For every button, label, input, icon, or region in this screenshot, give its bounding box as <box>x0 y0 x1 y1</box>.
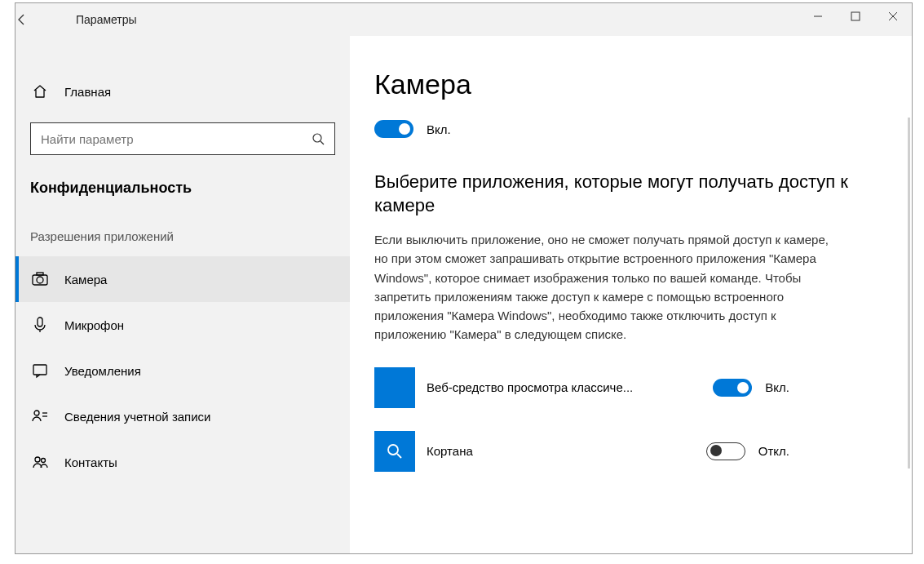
account-info-icon <box>30 406 50 426</box>
settings-window: Параметры Главная Конфиденциальность Р <box>15 2 913 554</box>
sidebar-home-label: Главная <box>64 85 111 99</box>
app-toggle-label: Вкл. <box>765 380 789 394</box>
app-toggle[interactable] <box>713 379 752 397</box>
svg-point-4 <box>313 134 321 142</box>
sidebar-item-notifications[interactable]: Уведомления <box>15 348 350 393</box>
titlebar: Параметры <box>15 3 912 36</box>
close-button[interactable] <box>874 3 912 29</box>
sidebar-item-label: Камера <box>64 273 107 286</box>
minimize-button[interactable] <box>799 3 837 29</box>
app-row-web-viewer: Веб-средство просмотра классиче... Вкл. <box>374 367 871 408</box>
camera-master-toggle-row: Вкл. <box>374 120 871 138</box>
notifications-icon <box>30 361 50 380</box>
camera-master-toggle-label: Вкл. <box>427 122 451 136</box>
svg-point-7 <box>37 277 43 283</box>
home-icon <box>30 82 50 101</box>
svg-point-11 <box>34 411 39 415</box>
search-icon <box>312 132 325 145</box>
window-body: Главная Конфиденциальность Разрешения пр… <box>15 36 912 553</box>
maximize-button[interactable] <box>837 3 874 29</box>
microphone-icon <box>30 315 50 335</box>
sidebar-item-label: Сведения учетной записи <box>64 410 211 424</box>
svg-point-15 <box>42 459 46 463</box>
content-area: Камера Вкл. Выберите приложения, которые… <box>350 36 912 553</box>
app-name: Веб-средство просмотра классиче... <box>427 380 671 394</box>
search-input[interactable] <box>41 132 296 146</box>
sidebar-item-microphone[interactable]: Микрофон <box>15 302 350 348</box>
camera-icon <box>30 269 50 289</box>
scrollbar[interactable] <box>908 118 910 469</box>
app-name: Кортана <box>427 444 671 458</box>
svg-rect-1 <box>851 12 860 20</box>
sidebar-item-label: Контакты <box>64 455 117 469</box>
svg-rect-9 <box>38 318 42 326</box>
app-icon <box>374 367 415 408</box>
app-toggle-label: Откл. <box>758 444 789 458</box>
sidebar-category: Конфиденциальность <box>15 171 350 221</box>
back-button[interactable] <box>15 13 51 26</box>
search-box[interactable] <box>30 122 335 155</box>
app-row-cortana: Кортана Откл. <box>374 431 871 472</box>
sidebar-item-account-info[interactable]: Сведения учетной записи <box>15 393 350 439</box>
sidebar-item-contacts[interactable]: Контакты <box>15 439 350 485</box>
sidebar-item-camera[interactable]: Камера <box>15 256 350 302</box>
svg-line-5 <box>321 141 324 144</box>
cortana-icon <box>374 431 415 472</box>
sidebar-item-label: Уведомления <box>64 364 141 378</box>
apps-section-heading: Выберите приложения, которые могут получ… <box>374 171 871 217</box>
svg-line-17 <box>397 454 401 458</box>
svg-point-14 <box>35 457 40 462</box>
window-title: Параметры <box>76 13 137 26</box>
camera-master-toggle[interactable] <box>374 120 413 138</box>
svg-rect-10 <box>33 365 46 375</box>
svg-point-16 <box>388 445 398 455</box>
app-toggle[interactable] <box>706 442 745 460</box>
apps-section-description: Если выключить приложение, оно не сможет… <box>374 230 831 344</box>
page-title: Камера <box>374 69 871 100</box>
contacts-icon <box>30 452 50 472</box>
sidebar-home[interactable]: Главная <box>15 69 350 114</box>
sidebar-item-label: Микрофон <box>64 318 124 332</box>
window-controls <box>799 3 912 29</box>
sidebar: Главная Конфиденциальность Разрешения пр… <box>15 36 350 553</box>
sidebar-group-label: Разрешения приложений <box>15 221 350 256</box>
svg-rect-8 <box>37 273 43 275</box>
